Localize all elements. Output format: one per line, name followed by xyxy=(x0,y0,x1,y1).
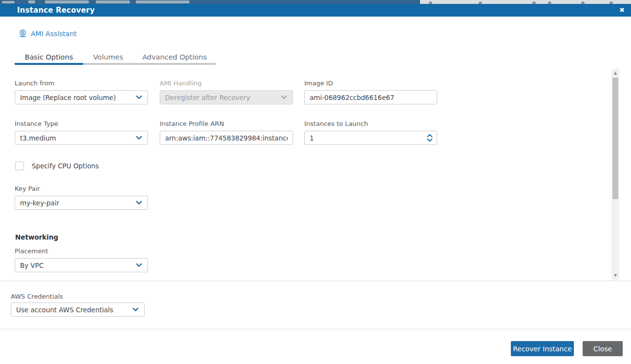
scrollbar-thumb[interactable] xyxy=(612,78,618,199)
instances-to-launch-field: Instances to Launch 1 xyxy=(304,120,437,145)
scrollable-form-area: Launch from Image (Replace root volume) … xyxy=(0,68,631,281)
ami-assistant-label: AMI Assistant xyxy=(31,30,77,38)
background-header-left xyxy=(0,0,420,4)
instances-to-launch-value: 1 xyxy=(310,134,432,142)
chevron-down-icon xyxy=(135,262,143,269)
instance-type-value: t3.medium xyxy=(20,134,132,142)
instance-recovery-modal: Instance Recovery ✖ AMI Assistant Basic … xyxy=(0,0,631,364)
instance-type-select[interactable]: t3.medium xyxy=(15,131,148,145)
image-id-label: Image ID xyxy=(304,80,437,87)
ami-assistant-link[interactable]: AMI Assistant xyxy=(19,29,77,38)
close-button[interactable]: Close xyxy=(583,341,623,356)
key-pair-field: Key Pair my-key-pair xyxy=(15,185,148,210)
ami-handling-label: AMI Handling xyxy=(160,80,293,87)
placement-value: By VPC xyxy=(20,262,132,269)
recover-instance-button[interactable]: Recover Instance xyxy=(511,341,574,356)
image-id-input[interactable]: ami-068962ccbd6616e67 xyxy=(304,90,437,104)
modal-titlebar: Instance Recovery ✖ xyxy=(0,4,631,17)
scrollbar-up-arrow[interactable]: ▲ xyxy=(611,70,619,77)
instance-profile-arn-value: arn:aws:iam::774583829984:instance-profi… xyxy=(165,134,288,142)
tab-bar: Basic Options Volumes Advanced Options xyxy=(15,52,216,65)
scrollbar-down-arrow[interactable]: ▼ xyxy=(611,272,619,279)
assistant-person-icon xyxy=(19,29,27,38)
launch-from-select[interactable]: Image (Replace root volume) xyxy=(15,90,148,104)
placement-select[interactable]: By VPC xyxy=(15,258,148,272)
image-id-value: ami-068962ccbd6616e67 xyxy=(310,94,432,101)
key-pair-value: my-key-pair xyxy=(20,199,132,207)
aws-credentials-value: Use account AWS Credentials xyxy=(16,306,129,314)
number-stepper[interactable] xyxy=(427,132,433,144)
ami-handling-select: Deregister after Recovery xyxy=(160,90,293,104)
chevron-down-icon xyxy=(135,94,143,101)
placement-label: Placement xyxy=(15,247,148,255)
specify-cpu-options-label: Specify CPU Options xyxy=(32,162,99,170)
chevron-up-icon xyxy=(427,134,433,138)
instance-profile-arn-label: Instance Profile ARN xyxy=(160,120,293,128)
instance-type-field: Instance Type t3.medium xyxy=(15,120,148,145)
aws-credentials-label: AWS Credentials xyxy=(11,293,63,301)
cpu-options-row: Specify CPU Options xyxy=(15,162,99,170)
vertical-scrollbar[interactable]: ▲ ▼ xyxy=(611,69,619,280)
chevron-down-icon xyxy=(135,199,143,206)
ami-handling-value: Deregister after Recovery xyxy=(165,94,277,101)
chevron-down-icon xyxy=(427,138,433,142)
key-pair-label: Key Pair xyxy=(15,185,148,193)
launch-from-value: Image (Replace root volume) xyxy=(20,94,132,101)
placement-field: Placement By VPC xyxy=(15,247,148,272)
instances-to-launch-input[interactable]: 1 xyxy=(304,131,437,145)
launch-from-label: Launch from xyxy=(15,80,148,87)
aws-credentials-select[interactable]: Use account AWS Credentials xyxy=(11,303,145,317)
modal-footer: Recover Instance Close xyxy=(0,329,631,364)
background-header-right xyxy=(420,0,631,4)
instance-type-label: Instance Type xyxy=(15,120,148,128)
specify-cpu-options-checkbox[interactable] xyxy=(15,162,24,170)
image-id-field: Image ID ami-068962ccbd6616e67 xyxy=(304,80,437,104)
chevron-down-icon xyxy=(280,94,288,101)
tab-advanced-options[interactable]: Advanced Options xyxy=(133,52,216,65)
close-icon[interactable]: ✖ xyxy=(619,6,625,15)
ami-handling-field: AMI Handling Deregister after Recovery xyxy=(160,80,293,104)
chevron-down-icon xyxy=(135,134,143,142)
background-page-remnant xyxy=(0,0,631,4)
instance-profile-arn-field: Instance Profile ARN arn:aws:iam::774583… xyxy=(160,120,293,145)
key-pair-select[interactable]: my-key-pair xyxy=(15,196,148,210)
modal-title: Instance Recovery xyxy=(17,6,95,15)
networking-heading: Networking xyxy=(15,233,58,241)
launch-from-field: Launch from Image (Replace root volume) xyxy=(15,80,148,104)
instances-to-launch-label: Instances to Launch xyxy=(304,120,437,128)
tab-volumes[interactable]: Volumes xyxy=(83,52,133,65)
tab-basic-options[interactable]: Basic Options xyxy=(15,52,83,65)
instance-profile-arn-input[interactable]: arn:aws:iam::774583829984:instance-profi… xyxy=(160,131,293,145)
chevron-down-icon xyxy=(132,306,139,313)
